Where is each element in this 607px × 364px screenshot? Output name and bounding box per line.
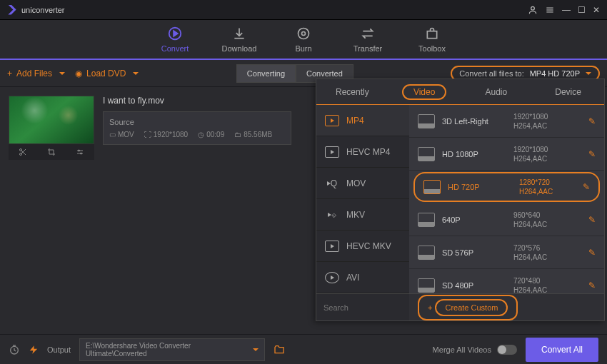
chevron-down-icon [586,72,591,75]
tab-burn[interactable]: Burn [271,20,336,59]
panel-tab-audio[interactable]: Audio [461,79,533,104]
svg-line-21 [14,350,16,350]
load-dvd-label: Load DVD [86,69,126,79]
preset-3d-left-right[interactable]: 3D Left-Right 1920*1080H264,AAC ✎ [409,105,604,138]
preset-icon [418,278,435,293]
chevron-down-icon [133,72,139,75]
file-duration: ◷ 00:09 [198,131,224,138]
add-files-button[interactable]: + Add Files [7,69,65,79]
output-path-value: E:\Wondershare Video Converter Ultimate\… [86,342,250,358]
svg-point-17 [79,150,80,151]
edit-preset-icon[interactable]: ✎ [588,215,596,225]
folder-open-icon[interactable] [274,344,285,355]
preset-icon [418,213,435,227]
preset-icon [423,180,441,194]
tab-convert[interactable]: Convert [143,20,207,59]
adjust-icon[interactable] [76,148,84,156]
svg-point-0 [531,6,535,10]
cut-icon[interactable] [19,148,27,156]
preset-hd-720p[interactable]: HD 720P 1280*720H264,AAC ✎ [413,172,600,202]
video-thumbnail[interactable] [9,96,94,144]
source-label: Source [109,118,285,126]
svg-marker-5 [174,31,178,36]
tab-download[interactable]: Download [207,20,271,59]
svg-point-9 [302,32,306,36]
edit-preset-icon[interactable]: ✎ [588,248,596,258]
create-custom-wrap: + Create Custom [409,294,604,320]
maximize-icon[interactable]: ☐ [578,5,586,15]
preset-sd-576p[interactable]: SD 576P 720*576H264,AAC ✎ [409,236,604,269]
format-hevc-mp4[interactable]: HEVC MP4 [316,136,409,168]
app-name: uniconverter [21,6,65,14]
source-box: Source ▭ MOV ⛶ 1920*1080 ◷ 00:09 🗀 85.56… [103,111,291,145]
create-custom-button[interactable]: + Create Custom [418,295,518,320]
tab-label: Toolbox [418,44,446,53]
main-tabs: Convert Download Burn Transfer Toolbox [0,20,607,60]
tab-label: Convert [161,44,189,53]
minimize-icon[interactable]: — [562,5,571,15]
merge-label: Merge All Videos [433,345,491,354]
account-icon[interactable] [528,5,538,15]
panel-tab-recently[interactable]: Recently [316,79,388,104]
menu-icon[interactable] [545,5,555,15]
video-format-icon: ⟐ [325,209,339,221]
format-mkv[interactable]: ⟐MKV [316,199,409,231]
app-logo-icon [7,5,17,15]
tab-toolbox[interactable]: Toolbox [400,20,464,59]
panel-body: MP4 HEVC MP4 QMOV ⟐MKV HEVC MKV AVI 🎬WMV… [316,105,604,293]
panel-tab-device[interactable]: Device [532,79,604,104]
merge-toggle[interactable] [497,345,517,355]
svg-point-18 [81,153,82,154]
file-resolution: ⛶ 1920*1080 [144,131,188,138]
preset-sd-480p[interactable]: SD 480P 720*480H264,AAC ✎ [409,269,604,293]
preset-640p[interactable]: 640P 960*640H264,AAC ✎ [409,203,604,236]
file-size: 🗀 85.56MB [234,131,272,138]
titlebar-left: uniconverter [7,5,65,15]
edit-preset-icon[interactable]: ✎ [588,116,596,126]
disc-icon: ◉ [75,69,82,79]
footer: Output E:\Wondershare Video Converter Ul… [0,334,607,364]
edit-preset-icon[interactable]: ✎ [588,280,596,290]
tab-transfer[interactable]: Transfer [336,20,400,59]
video-format-icon [325,146,339,158]
format-mov[interactable]: QMOV [316,168,409,199]
format-hevc-mkv[interactable]: HEVC MKV [316,231,409,262]
video-format-icon [325,272,339,283]
search-input[interactable] [316,294,409,320]
titlebar: uniconverter — ☐ ✕ [0,0,607,20]
converting-tab[interactable]: Converting [236,64,296,83]
load-dvd-button[interactable]: ◉ Load DVD [75,69,139,79]
preset-icon [418,246,435,260]
svg-marker-23 [30,345,38,354]
crop-icon[interactable] [47,148,56,156]
preset-icon [418,147,435,161]
format-avi[interactable]: AVI [316,262,409,293]
format-panel: Recently Video Audio Device MP4 HEVC MP4… [316,79,605,321]
toolbox-icon [424,26,440,41]
svg-point-8 [299,29,309,39]
chevron-down-icon [59,72,65,75]
preset-list[interactable]: 3D Left-Right 1920*1080H264,AAC ✎ HD 108… [409,105,604,293]
format-list[interactable]: MP4 HEVC MP4 QMOV ⟐MKV HEVC MKV AVI 🎬WMV [316,105,409,293]
burn-icon [296,26,311,41]
preset-hd-1080p[interactable]: HD 1080P 1920*1080H264,AAC ✎ [409,138,604,171]
close-icon[interactable]: ✕ [593,5,600,15]
bolt-icon[interactable] [29,345,39,355]
window-controls: — ☐ ✕ [528,5,600,15]
file-name: I want to fly.mov [103,96,291,106]
merge-toggle-wrap: Merge All Videos [433,345,517,355]
format-mp4[interactable]: MP4 [316,105,409,136]
video-format-icon [325,241,339,252]
tab-label: Transfer [353,44,383,53]
file-codec: ▭ MOV [109,131,134,138]
output-path-dropdown[interactable]: E:\Wondershare Video Converter Ultimate\… [79,338,265,361]
edit-preset-icon[interactable]: ✎ [583,182,590,192]
convert-all-button[interactable]: Convert All [526,338,598,362]
panel-tab-video[interactable]: Video [388,79,461,104]
edit-preset-icon[interactable]: ✎ [588,149,596,159]
convert-target-label: Convert all files to: [459,69,523,78]
download-icon [231,26,247,41]
transfer-icon [360,26,376,41]
tab-label: Download [222,44,257,53]
clock-icon[interactable] [9,344,20,355]
